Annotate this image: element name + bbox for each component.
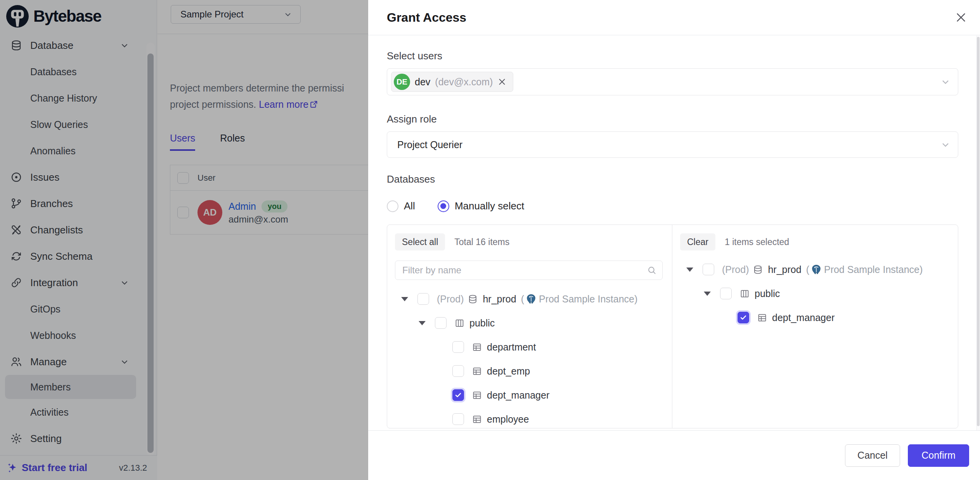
screen: Bytebase Database Databases Change Histo… xyxy=(0,0,980,480)
chip-user-name: dev xyxy=(415,76,430,88)
radio-manual-label: Manually select xyxy=(455,200,524,212)
select-all-button[interactable]: Select all xyxy=(395,233,445,250)
schema-name: public xyxy=(469,318,495,329)
selected-items-label: 1 items selected xyxy=(725,237,789,247)
chevron-down-icon xyxy=(940,139,951,150)
schema-icon xyxy=(454,318,465,328)
table-icon xyxy=(472,342,482,352)
chevron-down-icon xyxy=(940,76,951,87)
checkbox-checked[interactable] xyxy=(738,312,749,323)
role-select[interactable]: Project Querier xyxy=(387,131,958,158)
modal-scrollbar-thumb[interactable] xyxy=(977,37,980,426)
checkbox[interactable] xyxy=(452,365,464,377)
target-panel: Clear 1 items selected (Prod) hr_prod ( xyxy=(672,225,958,428)
tree-row-table[interactable]: department xyxy=(395,335,663,359)
table-icon xyxy=(757,313,767,323)
chip-user-email: (dev@x.com) xyxy=(435,76,493,88)
cancel-button[interactable]: Cancel xyxy=(845,444,900,467)
table-icon xyxy=(472,366,482,376)
postgresql-icon xyxy=(526,294,537,304)
caret-down-icon[interactable] xyxy=(419,321,426,325)
role-select-value: Project Querier xyxy=(397,139,462,150)
databases-label: Databases xyxy=(387,173,958,185)
close-button[interactable] xyxy=(954,10,968,25)
modal-header: Grant Access xyxy=(368,0,980,35)
database-name: hr_prod xyxy=(483,294,516,305)
confirm-button[interactable]: Confirm xyxy=(908,444,969,467)
table-name: dept_emp xyxy=(487,366,530,377)
tree-row-schema[interactable]: public xyxy=(395,311,663,335)
modal-title: Grant Access xyxy=(387,10,466,25)
modal-body: Select users DE dev (dev@x.com) Assign r… xyxy=(387,35,958,428)
postgresql-icon xyxy=(811,264,822,275)
tree-row-table-selected[interactable]: dept_manager xyxy=(395,383,663,407)
database-scope-radios: All Manually select xyxy=(387,200,958,212)
checkbox-checked[interactable] xyxy=(452,389,464,401)
tree-row-table-selected[interactable]: dept_manager xyxy=(680,306,949,330)
source-tree: (Prod) hr_prod ( Prod Sample Instance) xyxy=(395,287,663,428)
close-icon xyxy=(955,11,967,24)
checkbox[interactable] xyxy=(720,288,732,299)
search-icon xyxy=(647,265,657,275)
checkbox[interactable] xyxy=(452,341,464,353)
checkbox[interactable] xyxy=(435,317,447,329)
paren: ( xyxy=(521,294,524,305)
table-name: dept_manager xyxy=(772,312,835,323)
table-name: employee xyxy=(487,414,529,425)
tree-row-database[interactable]: (Prod) hr_prod ( Prod Sample Instance) xyxy=(395,287,663,311)
radio-all[interactable] xyxy=(387,200,398,212)
table-name: department xyxy=(487,342,536,353)
tree-row-table[interactable]: dept_emp xyxy=(395,359,663,383)
tree-row-database[interactable]: (Prod) hr_prod ( Prod Sample Instance) xyxy=(680,257,949,281)
table-icon xyxy=(472,390,482,401)
selected-user-chip: DE dev (dev@x.com) xyxy=(391,72,513,92)
caret-down-icon[interactable] xyxy=(401,297,408,301)
checkbox[interactable] xyxy=(452,413,464,425)
filter-input[interactable] xyxy=(402,265,647,276)
modal-footer: Cancel Confirm xyxy=(368,430,980,480)
instance-label: Prod Sample Instance) xyxy=(824,264,923,275)
env-label: (Prod) xyxy=(722,264,749,275)
instance-label: Prod Sample Instance) xyxy=(539,294,637,305)
tree-row-schema[interactable]: public xyxy=(680,281,949,306)
select-users-label: Select users xyxy=(387,50,958,62)
assign-role-label: Assign role xyxy=(387,113,958,125)
avatar: DE xyxy=(394,74,410,90)
schema-icon xyxy=(739,288,750,299)
clear-button[interactable]: Clear xyxy=(680,233,715,250)
database-name: hr_prod xyxy=(768,264,801,275)
radio-manually-select[interactable] xyxy=(438,200,449,212)
modal-scrollbar[interactable] xyxy=(977,36,980,430)
table-icon xyxy=(472,414,482,425)
source-panel: Select all Total 16 items (Prod) xyxy=(387,225,672,428)
database-icon xyxy=(753,264,763,275)
filter-input-wrap xyxy=(395,261,663,280)
select-users-input[interactable]: DE dev (dev@x.com) xyxy=(387,68,958,95)
grant-access-modal: Grant Access Select users DE dev (dev@x.… xyxy=(368,0,980,480)
schema-name: public xyxy=(755,288,780,299)
radio-all-label: All xyxy=(404,200,415,212)
env-label: (Prod) xyxy=(437,294,464,305)
target-tree: (Prod) hr_prod ( Prod Sample Instance) xyxy=(680,257,949,330)
database-icon xyxy=(467,294,478,304)
paren: ( xyxy=(806,264,809,275)
tree-row-table[interactable]: employee xyxy=(395,407,663,428)
checkbox[interactable] xyxy=(703,264,714,275)
total-items-label: Total 16 items xyxy=(454,237,509,247)
checkbox[interactable] xyxy=(417,293,429,305)
remove-user-icon[interactable] xyxy=(497,77,507,86)
caret-down-icon[interactable] xyxy=(704,292,711,296)
caret-down-icon[interactable] xyxy=(686,268,693,272)
database-transfer: Select all Total 16 items (Prod) xyxy=(387,224,958,428)
table-name: dept_manager xyxy=(487,390,549,401)
